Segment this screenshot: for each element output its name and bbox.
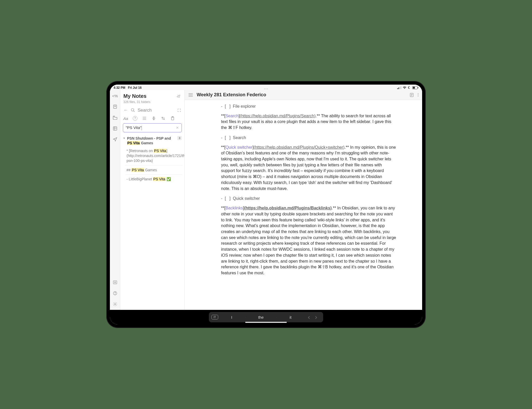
clipboard-icon[interactable] (170, 116, 175, 121)
app-body: <% (110, 90, 422, 310)
chevron-down-icon: ▼ (123, 136, 125, 140)
svg-point-16 (115, 294, 115, 294)
paragraph: **[Search](https://help.obsidian.md/Plug… (221, 113, 396, 131)
svg-point-17 (114, 304, 116, 305)
rail-note-icon[interactable] (112, 104, 118, 109)
svg-rect-1 (398, 87, 399, 89)
rail-help-icon[interactable] (112, 291, 118, 296)
case-icon[interactable]: Aa (123, 116, 128, 121)
sidebar: My Notes 326 files, 31 folders ← Search (120, 90, 185, 310)
clear-icon[interactable]: ✕ (176, 126, 179, 130)
search-value: "PS Vita" (126, 125, 141, 130)
status-time: 4:32 PM (114, 86, 125, 90)
regex-help-icon[interactable]: ? (133, 116, 137, 121)
status-left: 4:32 PM Fri Jul 16 (114, 86, 142, 90)
redo-icon[interactable] (314, 315, 318, 319)
svg-rect-3 (401, 86, 401, 89)
battery-icon (412, 86, 418, 89)
list-icon[interactable] (142, 116, 147, 121)
dnd-icon: ☾ (408, 86, 411, 90)
svg-rect-10 (113, 127, 117, 130)
paragraph: **[Backlinks](https://help.obsidian.md/P… (221, 205, 396, 276)
rail-template-icon[interactable]: <% (112, 93, 118, 98)
link-bl-url[interactable]: (https://help.obsidian.md/Plugins/Backli… (244, 206, 332, 210)
more-icon[interactable] (418, 93, 418, 97)
svg-point-19 (131, 108, 134, 111)
vault-subtitle: 326 files, 31 folders (123, 100, 150, 104)
rail-send-icon[interactable] (112, 137, 118, 142)
grab-handle-icon[interactable] (264, 88, 268, 89)
search-input[interactable]: "PS Vita" ✕ (123, 123, 182, 132)
task-item: - [ ] File explorer (221, 104, 396, 110)
search-heading: Search (138, 108, 175, 113)
result-count: 3 (177, 136, 182, 140)
status-right: ☾ (397, 86, 418, 90)
screen: 4:32 PM Fri Jul 16 ☾ <% (110, 85, 422, 324)
vault-title: My Notes (123, 93, 150, 99)
keyboard-lang-button[interactable]: IT (211, 315, 218, 319)
link-search-url[interactable]: (https://help.obsidian.md/Plugins/Search… (240, 114, 316, 118)
suggestion[interactable]: the (245, 315, 277, 319)
editor-pane: Weekly 281 Extension Federico - [ ] File… (185, 90, 422, 310)
svg-rect-2 (400, 87, 400, 89)
menu-icon[interactable] (188, 93, 193, 97)
note-title: Weekly 281 Extension Federico (197, 92, 406, 98)
search-toolbar: Aa ? (120, 114, 184, 123)
svg-point-14 (114, 282, 116, 283)
link-search[interactable]: Search (225, 114, 239, 118)
result-title: PSN Shutdown - PSP and PS Vita Games (127, 136, 176, 145)
status-date: Fri Jul 16 (128, 86, 142, 90)
suggestion[interactable]: I (218, 315, 245, 319)
pin-icon[interactable] (175, 92, 182, 100)
rail-settings-icon[interactable] (112, 302, 118, 307)
wifi-icon (403, 86, 407, 89)
link-qs-url[interactable]: (https://help.obsidian.md/Plugins/Quick+… (254, 145, 344, 149)
result-match[interactable]: - LittleBigPlanet PS Vita ✅ (125, 175, 182, 184)
svg-line-20 (134, 111, 135, 112)
link-quick-switcher[interactable]: Quick switcher (225, 145, 252, 149)
result-match[interactable]: ## PS Vita Games (125, 166, 182, 175)
task-item: - [ ] Quick switcher (221, 196, 396, 202)
search-icon[interactable] (131, 108, 135, 112)
task-item: - [ ] Search (221, 135, 396, 141)
left-rail: <% (110, 90, 120, 310)
suggestion[interactable]: it (277, 315, 305, 319)
sort-icon[interactable] (161, 116, 165, 121)
undo-icon[interactable] (307, 315, 311, 319)
back-icon[interactable]: ← (123, 107, 128, 113)
search-results: ▼ PSN Shutdown - PSP and PS Vita Games 3… (120, 135, 184, 184)
ipad-frame: 4:32 PM Fri Jul 16 ☾ <% (106, 81, 426, 328)
result-match[interactable]: * [Retronauts on PS Vita](http://retrona… (125, 146, 182, 166)
result-file[interactable]: ▼ PSN Shutdown - PSP and PS Vita Games 3 (122, 135, 182, 146)
preview-icon[interactable] (409, 93, 414, 97)
expand-icon[interactable] (177, 108, 181, 112)
svg-rect-6 (418, 87, 418, 88)
editor-content[interactable]: - [ ] File explorer **[Search](https://h… (185, 100, 422, 310)
editor-toolbar: Weekly 281 Extension Federico (185, 90, 422, 100)
svg-rect-0 (397, 88, 398, 89)
paragraph: **[Quick switcher](https://help.obsidian… (221, 145, 396, 192)
home-indicator[interactable] (245, 322, 287, 323)
suggestion-bar: IT I the it (209, 312, 323, 322)
cell-signal-icon (397, 86, 401, 89)
rail-table-icon[interactable] (112, 126, 118, 131)
collapse-icon[interactable] (151, 116, 156, 121)
link-backlinks[interactable]: Backlinks (225, 206, 243, 210)
rail-archive-icon[interactable] (112, 280, 118, 285)
svg-rect-13 (113, 281, 117, 284)
rail-files-icon[interactable] (112, 115, 118, 120)
svg-rect-5 (413, 87, 415, 88)
